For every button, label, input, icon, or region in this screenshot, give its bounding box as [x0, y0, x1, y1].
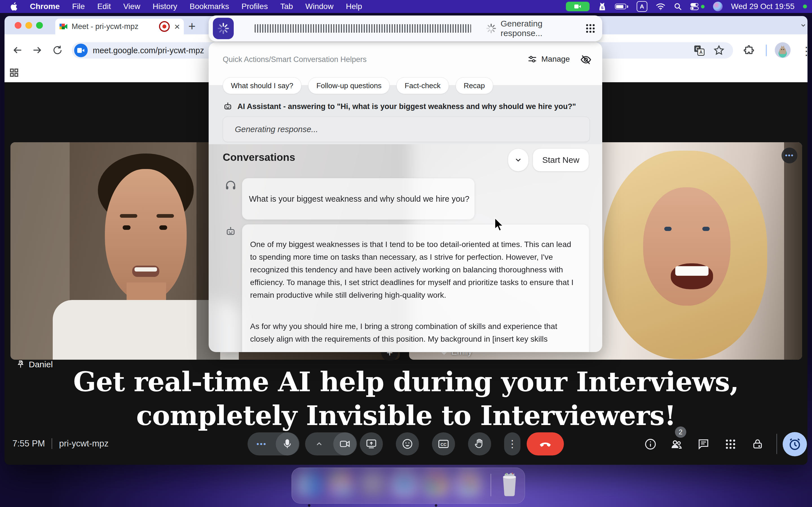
divider	[776, 434, 777, 454]
more-controls-button[interactable]: ⋮	[504, 432, 520, 455]
hide-overlay-button[interactable]	[579, 53, 593, 66]
video-settings-pill[interactable]	[305, 432, 357, 455]
menu-edit[interactable]: Edit	[97, 2, 111, 11]
camera-button[interactable]	[333, 432, 356, 455]
menu-view[interactable]: View	[123, 2, 140, 11]
chip-follow-up-questions[interactable]: Follow-up questions	[308, 77, 390, 94]
present-screen-icon	[365, 438, 377, 450]
info-button[interactable]	[641, 435, 660, 453]
pin-icon	[16, 360, 26, 369]
toolbar-divider	[766, 45, 767, 56]
forward-button[interactable]	[31, 44, 43, 56]
audio-more-dots[interactable]: •••	[248, 440, 276, 448]
reload-button[interactable]	[51, 44, 64, 56]
input-source-icon[interactable]: A	[637, 1, 647, 12]
menu-tab[interactable]: Tab	[280, 2, 293, 11]
tab-recording-indicator[interactable]	[159, 21, 170, 32]
chip-fact-check[interactable]: Fact-check	[396, 77, 449, 94]
ai-overlay-panel: Quick Actions/Smart Conversation Helpers…	[209, 42, 602, 352]
cat-app-status-icon[interactable]: S	[598, 2, 606, 11]
answer-paragraph-2: As for why you should hire me, I bring a…	[250, 320, 578, 345]
tab-strip-chevron-icon[interactable]	[799, 20, 808, 30]
start-new-button[interactable]: Start New	[533, 149, 589, 171]
spotlight-search-icon[interactable]	[674, 3, 682, 10]
siri-icon[interactable]	[713, 2, 723, 11]
timer-button[interactable]	[783, 432, 807, 456]
svg-text:CC: CC	[441, 442, 447, 447]
audio-settings-pill[interactable]: •••	[248, 432, 299, 455]
facetime-camera-status-icon[interactable]	[566, 2, 590, 11]
people-button[interactable]	[667, 435, 686, 453]
people-icon	[670, 438, 683, 451]
raise-hand-button[interactable]	[468, 432, 491, 455]
chip-what-should-i-say[interactable]: What should I say?	[223, 77, 301, 94]
sliders-icon	[527, 54, 538, 64]
profile-avatar[interactable]	[775, 42, 791, 58]
meet-favicon	[59, 22, 68, 31]
reactions-button[interactable]	[396, 432, 419, 455]
translate-icon[interactable]: GA	[693, 44, 706, 57]
menu-history[interactable]: History	[153, 2, 177, 11]
headline-line-2: completely Invisible to Interviewers!	[4, 400, 808, 431]
hand-icon	[474, 438, 486, 450]
activities-button[interactable]	[721, 435, 740, 453]
tile-more-options-button[interactable]: •••	[781, 148, 797, 163]
menu-help[interactable]: Help	[346, 2, 362, 11]
desktop: Chrome File Edit View History Bookmarks …	[0, 0, 812, 507]
bookmarks-grid-icon[interactable]	[7, 65, 21, 80]
mic-button[interactable]	[276, 432, 299, 455]
wifi-icon[interactable]	[656, 3, 665, 10]
people-count-badge: 2	[675, 427, 686, 438]
conversations-title: Conversations	[223, 152, 295, 163]
minimize-window-button[interactable]	[26, 22, 32, 29]
dock-divider	[491, 474, 491, 496]
overlay-apps-grid-icon[interactable]	[585, 23, 596, 34]
audio-waveform	[255, 24, 471, 33]
present-button[interactable]	[360, 432, 383, 455]
camera-chevron-up-icon[interactable]	[305, 440, 333, 448]
recording-status-dot	[803, 4, 807, 8]
lock-person-icon	[751, 438, 764, 451]
host-controls-button[interactable]	[748, 435, 767, 453]
chat-button[interactable]	[694, 435, 713, 453]
quick-actions-title: Quick Actions/Smart Conversation Helpers	[223, 55, 366, 64]
conversations-collapse-button[interactable]	[508, 149, 528, 171]
captions-button[interactable]: CC	[432, 432, 455, 455]
menu-file[interactable]: File	[72, 2, 85, 11]
ai-logo	[213, 18, 234, 39]
macos-menu-bar: Chrome File Edit View History Bookmarks …	[0, 0, 812, 13]
menu-window[interactable]: Window	[305, 2, 334, 11]
battery-icon[interactable]	[615, 4, 628, 9]
menu-profiles[interactable]: Profiles	[242, 2, 268, 11]
extensions-icon[interactable]	[742, 43, 756, 57]
menubar-clock[interactable]: Wed 29 Oct 19:55	[731, 2, 795, 11]
menu-bookmarks[interactable]: Bookmarks	[190, 2, 229, 11]
question-text: What is your biggest weakness and why sh…	[249, 194, 469, 204]
end-call-button[interactable]	[527, 432, 564, 455]
bookmark-star-icon[interactable]	[712, 44, 726, 57]
zoom-window-button[interactable]	[36, 22, 43, 29]
tab-close-icon[interactable]: ×	[174, 22, 180, 31]
apple-menu-icon[interactable]	[10, 2, 17, 11]
chip-recap[interactable]: Recap	[456, 77, 493, 94]
browser-tab[interactable]: Meet - pri-ycwt-mpz ×	[55, 18, 184, 34]
mouse-cursor	[494, 217, 505, 234]
dock-trash-icon[interactable]	[499, 471, 520, 497]
menu-app-name[interactable]: Chrome	[30, 2, 60, 11]
control-center-icon[interactable]	[690, 3, 705, 10]
generating-placeholder: Generating response...	[235, 125, 318, 134]
svg-text:S: S	[601, 6, 603, 10]
cc-icon: CC	[437, 438, 450, 450]
url-text: meet.google.com/pri-ycwt-mpz	[93, 46, 204, 55]
assistant-answer-title: AI Assistant - answering to "Hi, what is…	[238, 102, 576, 111]
answer-bubble: One of my biggest weaknesses is that I t…	[242, 224, 589, 352]
info-icon	[644, 438, 657, 451]
browser-menu-kebab-icon[interactable]: ⋮	[801, 45, 812, 57]
manage-button[interactable]: Manage	[527, 54, 570, 64]
close-window-button[interactable]	[15, 22, 21, 29]
generating-response-box: Generating response...	[223, 117, 590, 142]
quick-action-chips: What should I say? Follow-up questions F…	[223, 77, 493, 94]
new-tab-button[interactable]: +	[188, 19, 196, 33]
back-button[interactable]	[11, 44, 24, 56]
apps-grid-icon	[724, 438, 737, 450]
